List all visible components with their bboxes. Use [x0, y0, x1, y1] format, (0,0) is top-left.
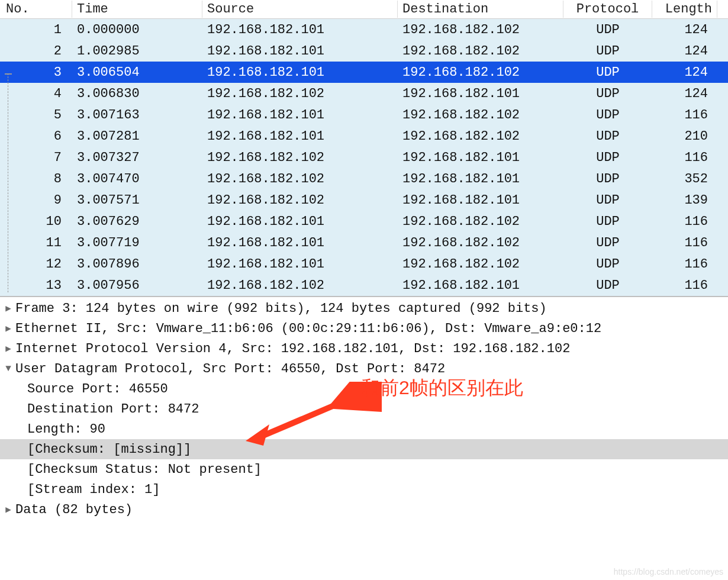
cell-length: 116: [652, 256, 717, 273]
detail-frame[interactable]: Frame 3: 124 bytes on wire (992 bits), 1…: [0, 298, 728, 318]
cell-protocol: UDP: [563, 43, 652, 60]
cell-source: 192.168.182.101: [202, 213, 398, 230]
cell-protocol: UDP: [563, 149, 652, 166]
cell-length: 352: [652, 170, 717, 188]
cell-length: 116: [652, 234, 717, 252]
expand-icon[interactable]: [1, 323, 15, 334]
cell-protocol: UDP: [563, 170, 652, 188]
packet-row[interactable]: 10.000000192.168.182.101192.168.182.102U…: [0, 19, 728, 40]
annotation-text: 和前2帧的区别在此: [361, 375, 523, 401]
cell-no: 7: [0, 149, 72, 166]
detail-text: Length: 90: [27, 422, 105, 437]
cell-no: 5: [0, 107, 72, 124]
expand-icon[interactable]: [1, 302, 15, 314]
cell-no: 12: [0, 256, 72, 273]
detail-udp-checksum-status[interactable]: [Checksum Status: Not present]: [0, 459, 728, 479]
detail-text: [Checksum: [missing]]: [27, 442, 191, 457]
cell-destination: 192.168.182.101: [398, 149, 563, 166]
cell-no: 2: [0, 43, 72, 60]
detail-udp-length[interactable]: Length: 90: [0, 419, 728, 439]
cell-time: 3.007163: [72, 107, 202, 124]
detail-udp-checksum[interactable]: [Checksum: [missing]]: [0, 439, 728, 459]
expand-icon[interactable]: [1, 343, 15, 355]
expand-icon[interactable]: [1, 504, 15, 515]
cell-destination: 192.168.182.101: [398, 192, 563, 209]
cell-time: 3.006504: [72, 64, 202, 81]
packet-row[interactable]: 93.007571192.168.182.102192.168.182.101U…: [0, 189, 728, 211]
packet-row[interactable]: 63.007281192.168.182.101192.168.182.102U…: [0, 125, 728, 147]
cell-time: 3.007629: [72, 213, 202, 230]
packet-row[interactable]: 133.007956192.168.182.102192.168.182.101…: [0, 275, 728, 296]
cell-destination: 192.168.182.102: [398, 107, 563, 124]
cell-protocol: UDP: [563, 277, 652, 294]
cell-protocol: UDP: [563, 85, 652, 102]
packet-row[interactable]: 73.007327192.168.182.102192.168.182.101U…: [0, 147, 728, 168]
cell-destination: 192.168.182.102: [398, 128, 563, 145]
cell-length: 210: [652, 128, 717, 145]
detail-text: [Stream index: 1]: [27, 482, 160, 497]
cell-source: 192.168.182.101: [202, 234, 398, 252]
cell-source: 192.168.182.102: [202, 85, 398, 102]
cell-protocol: UDP: [563, 256, 652, 273]
packet-row[interactable]: 53.007163192.168.182.101192.168.182.102U…: [0, 104, 728, 125]
cell-length: 116: [652, 277, 717, 294]
cell-length: 124: [652, 43, 717, 60]
cell-length: 139: [652, 192, 717, 209]
cell-time: 0.000000: [72, 21, 202, 38]
watermark: https://blog.csdn.net/comeyes: [614, 567, 723, 576]
cell-time: 1.002985: [72, 43, 202, 60]
cell-time: 3.007327: [72, 149, 202, 166]
cell-source: 192.168.182.101: [202, 64, 398, 81]
packet-row[interactable]: 83.007470192.168.182.102192.168.182.101U…: [0, 168, 728, 189]
column-header-length[interactable]: Length: [652, 1, 717, 18]
cell-source: 192.168.182.101: [202, 21, 398, 38]
cell-no: 4: [0, 85, 72, 102]
cell-protocol: UDP: [563, 107, 652, 124]
detail-text: Ethernet II, Src: Vmware_11:b6:06 (00:0c…: [15, 321, 601, 336]
collapse-icon[interactable]: [1, 363, 15, 374]
cell-time: 3.007956: [72, 277, 202, 294]
cell-time: 3.007470: [72, 170, 202, 188]
detail-udp-stream-index[interactable]: [Stream index: 1]: [0, 479, 728, 500]
cell-destination: 192.168.182.102: [398, 21, 563, 38]
detail-ip[interactable]: Internet Protocol Version 4, Src: 192.16…: [0, 339, 728, 359]
cell-time: 3.007571: [72, 192, 202, 209]
packet-row[interactable]: 113.007719192.168.182.101192.168.182.102…: [0, 232, 728, 253]
detail-text: Internet Protocol Version 4, Src: 192.16…: [15, 341, 570, 356]
cell-source: 192.168.182.102: [202, 277, 398, 294]
cell-source: 192.168.182.101: [202, 107, 398, 124]
cell-length: 124: [652, 64, 717, 81]
cell-no: 1: [0, 21, 72, 38]
column-header-no[interactable]: No.: [0, 1, 72, 18]
cell-source: 192.168.182.101: [202, 128, 398, 145]
packet-row[interactable]: 43.006830192.168.182.102192.168.182.101U…: [0, 83, 728, 104]
cell-length: 116: [652, 213, 717, 230]
column-header-source[interactable]: Source: [202, 1, 398, 18]
cell-time: 3.006830: [72, 85, 202, 102]
cell-no: 3: [0, 64, 72, 81]
packet-row[interactable]: 103.007629192.168.182.101192.168.182.102…: [0, 211, 728, 232]
cell-no: 6: [0, 128, 72, 145]
detail-udp-dst-port[interactable]: Destination Port: 8472: [0, 399, 728, 419]
packet-row[interactable]: 123.007896192.168.182.101192.168.182.102…: [0, 253, 728, 275]
packet-row[interactable]: 21.002985192.168.182.101192.168.182.102U…: [0, 40, 728, 62]
cell-no: 11: [0, 234, 72, 252]
packet-row[interactable]: 33.006504192.168.182.101192.168.182.102U…: [0, 62, 728, 83]
column-header-protocol[interactable]: Protocol: [563, 1, 652, 18]
cell-source: 192.168.182.101: [202, 43, 398, 60]
cell-protocol: UDP: [563, 192, 652, 209]
detail-ethernet[interactable]: Ethernet II, Src: Vmware_11:b6:06 (00:0c…: [0, 318, 728, 339]
detail-data[interactable]: Data (82 bytes): [0, 500, 728, 520]
column-header-destination[interactable]: Destination: [398, 1, 563, 18]
cell-source: 192.168.182.101: [202, 256, 398, 273]
cell-length: 116: [652, 107, 717, 124]
packet-rows: 10.000000192.168.182.101192.168.182.102U…: [0, 19, 728, 296]
cell-no: 9: [0, 192, 72, 209]
cell-source: 192.168.182.102: [202, 149, 398, 166]
column-header-time[interactable]: Time: [72, 1, 202, 18]
cell-source: 192.168.182.102: [202, 192, 398, 209]
cell-no: 8: [0, 170, 72, 188]
cell-no: 13: [0, 277, 72, 294]
packet-list-header: No. Time Source Destination Protocol Len…: [0, 0, 728, 19]
cell-destination: 192.168.182.101: [398, 170, 563, 188]
